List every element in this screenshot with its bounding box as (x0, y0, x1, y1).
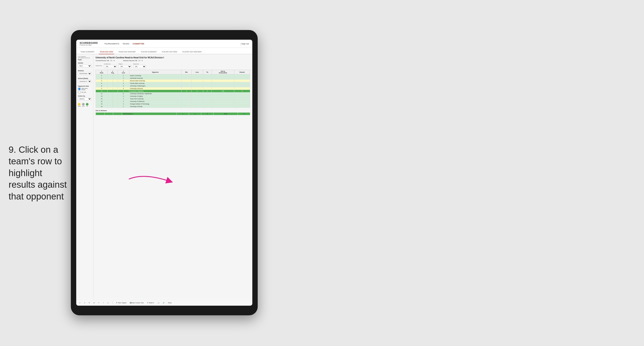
tab-player-summary[interactable]: PLAYER SUMMARY (140, 50, 158, 54)
overall-record: Overall Record: 89 - 17 - 0 (96, 60, 114, 61)
cell-win (182, 82, 191, 85)
table-row[interactable]: 2 - 1 Auburn University (96, 74, 250, 77)
cell-loss (191, 103, 203, 105)
clock-button[interactable]: 🕐 (106, 302, 110, 304)
division-select[interactable]: NCAA Division I (78, 72, 92, 75)
tab-player-h2h-grid[interactable]: PLAYER H2H GRID (161, 50, 178, 54)
top-100-radio[interactable]: Top 100 (78, 91, 92, 93)
cell-opponent: University of Oklahoma (129, 100, 182, 103)
gender-select[interactable]: Men's (78, 64, 92, 67)
cell-rounds (234, 74, 250, 77)
cell-loss (191, 82, 203, 85)
table-row[interactable]: 6 - 2 Florida State University (96, 82, 250, 85)
cell-rounds: 8 (234, 90, 250, 92)
refresh-button[interactable]: ↻ (88, 302, 91, 304)
sidebar-team-section: Team (78, 59, 92, 60)
table-row[interactable]: 8 - 2 University of Washington (96, 85, 250, 87)
opponent-filter: Opponent (All) (133, 63, 146, 68)
table-row[interactable]: 11 - 5 University of Alabama 3 0 0 2.61 … (96, 90, 250, 92)
cell-diff: 2.61 (212, 90, 234, 92)
cell-rounds (234, 98, 250, 100)
tab-team-h2h-grid[interactable]: TEAM H2H GRID (99, 50, 114, 54)
school-select[interactable]: University of Nort... (78, 80, 92, 83)
save-custom-view-button[interactable]: 💾 Save Custom View (129, 302, 145, 304)
nav-tournaments[interactable]: TOURNAMENTS (104, 43, 119, 45)
cell-rounds (234, 92, 250, 95)
cell-conf: 1 (118, 98, 129, 100)
table-row[interactable]: 13 - 1 Texas Tech University (96, 98, 250, 100)
cell-conf: 1 (118, 74, 129, 77)
cell-diff (212, 87, 234, 90)
cell-reg: - (108, 80, 118, 82)
nav-committee[interactable]: COMMITTEE (133, 43, 144, 45)
cell-rank: 11 (96, 90, 108, 92)
cell-rank: 2 (96, 74, 108, 77)
tab-player-h2h-heatmap[interactable]: PLAYER H2H HEATMAP (182, 50, 202, 54)
cell-opponent: Florida State University (129, 82, 182, 85)
cell-rank: 11 (96, 92, 108, 95)
cell-win (182, 95, 191, 98)
table-header-row: #Rank #Reg #Conf Opponent Win Loss Tie D… (96, 70, 250, 74)
table-row[interactable]: 9 - 3 University of Arizona (96, 87, 250, 90)
cell-tie (203, 92, 212, 95)
cell-opponent: Arizona State University (129, 80, 182, 82)
grid-table: #Rank #Reg #Conf Opponent Win Loss Tie D… (96, 70, 250, 108)
sign-out-link[interactable]: | Sign out (241, 43, 249, 45)
cell-conf: 3 (118, 87, 129, 90)
ood-rounds: 3 (238, 113, 250, 115)
cell-reg: - (108, 82, 118, 85)
sidebar-colour-by-section: Colour by Win/loss (78, 95, 92, 101)
table-row[interactable]: 14 - 2 University of Oklahoma (96, 100, 250, 103)
ood-name: NCAA Division II (122, 113, 177, 115)
tab-team-h2h-heatmap[interactable]: TEAM H2H HEATMAP (118, 50, 136, 54)
ood-win: 1 (177, 113, 189, 115)
link-button[interactable]: 🔗 (162, 302, 165, 304)
cell-diff (212, 100, 234, 103)
cell-rounds (234, 80, 250, 82)
sidebar-gender-section: Gender Men's (78, 62, 92, 68)
undo-button[interactable]: ↩ (78, 302, 82, 304)
cell-tie (203, 82, 212, 85)
cell-loss (191, 95, 203, 98)
watch-button[interactable]: 👁 Watch ▾ (146, 302, 155, 304)
cell-loss: 0 (191, 90, 203, 92)
redo-button[interactable]: ↪ (83, 302, 86, 304)
legend-row: Down Level Up (78, 103, 92, 107)
out-of-division-row[interactable]: NCAA Division II 1 0 0 26.00 3 (96, 113, 250, 115)
tab-team-summary[interactable]: TEAM SUMMARY (80, 50, 95, 54)
toolbar-divider-1 (112, 301, 112, 304)
cell-diff (212, 77, 234, 80)
table-row[interactable]: 16 - 1 University of Florida (96, 105, 250, 108)
table-row[interactable]: 4 - 1 Arizona State University (96, 80, 250, 82)
cell-loss (191, 92, 203, 95)
ood-diff: 26.00 (214, 113, 238, 115)
cell-tie (203, 87, 212, 90)
cell-tie (203, 105, 212, 108)
share-button[interactable]: Share (167, 302, 172, 304)
table-row[interactable]: 15 - 4 Georgia Institute of Technology (96, 103, 250, 105)
school-label: School (Rank) (78, 78, 92, 79)
cell-rank: 13 (96, 98, 108, 100)
table-row[interactable]: 12 - 3 University of Virginia (96, 95, 250, 98)
layout-button[interactable]: ⬜ (157, 302, 160, 304)
cell-rounds (234, 87, 250, 90)
add-button[interactable]: + (102, 302, 104, 304)
cut-button[interactable]: ✂ (97, 302, 100, 304)
cell-win (182, 80, 191, 82)
region-select[interactable]: (All) (118, 65, 132, 68)
cell-win (182, 92, 191, 95)
cell-diff (212, 103, 234, 105)
nav-teams[interactable]: TEAMS (122, 43, 129, 45)
opponents-played-radio[interactable]: Opponents Played (78, 87, 92, 90)
opponent-select[interactable]: (All) (133, 65, 146, 68)
colour-by-select[interactable]: Win/loss (78, 97, 92, 100)
grid-button[interactable]: ⊡ (92, 302, 96, 304)
table-row[interactable]: 11 - 6 University of Arkansas, Fayettevi… (96, 92, 250, 95)
cell-reg: - (108, 105, 118, 108)
legend-down: Down (78, 103, 81, 107)
conference-select[interactable]: (All) (104, 65, 117, 68)
cell-opponent: University of Virginia (129, 95, 182, 98)
table-row[interactable]: 3 - 2 Vanderbilt University (96, 77, 250, 80)
view-original-button[interactable]: 👁 View: Original (115, 302, 127, 304)
cell-tie (203, 103, 212, 105)
